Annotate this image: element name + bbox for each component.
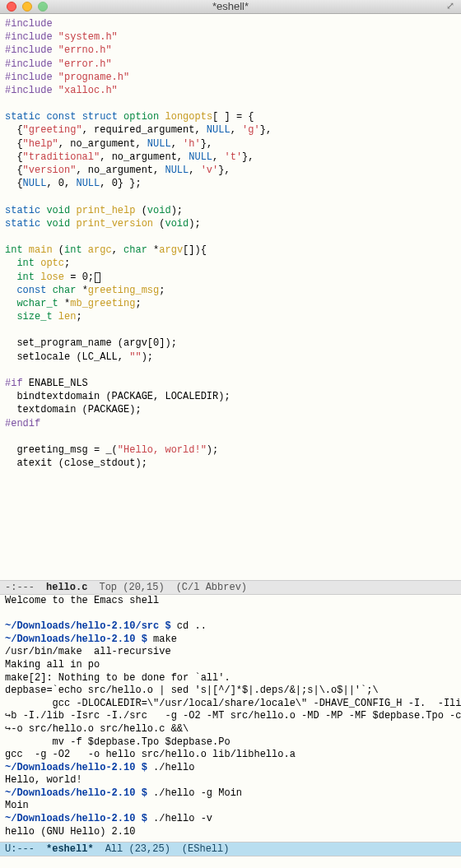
close-icon[interactable] — [7, 2, 16, 12]
window-title: *eshell* — [0, 0, 461, 12]
zoom-icon[interactable] — [38, 2, 48, 12]
modeline-state: U:--- — [5, 843, 35, 855]
modeline-state: -:--- — [5, 582, 35, 593]
modeline-position: Top (20,15) — [99, 582, 164, 593]
modeline-mode: (C/l Abbrev) — [176, 582, 247, 593]
resize-icon[interactable]: ⤢ — [446, 0, 454, 12]
window-titlebar: *eshell* ⤢ — [0, 0, 461, 14]
modeline-position: All (23,25) — [105, 843, 170, 855]
eshell-pane[interactable]: Welcome to the Emacs shell ~/Downloads/h… — [0, 595, 461, 842]
modeline-buffer: hello.c — [46, 582, 87, 593]
minibuffer[interactable] — [0, 856, 461, 868]
minimize-icon[interactable] — [22, 2, 32, 12]
modeline-code: -:--- hello.c Top (20,15) (C/l Abbrev) — [0, 580, 461, 595]
modeline-buffer: *eshell* — [46, 843, 94, 855]
modeline-mode: (EShell) — [182, 843, 230, 855]
modeline-eshell: U:--- *eshell* All (23,25) (EShell) — [0, 842, 461, 856]
traffic-lights — [7, 2, 48, 12]
code-editor-pane[interactable]: #include #include "system.h" #include "e… — [0, 14, 461, 580]
